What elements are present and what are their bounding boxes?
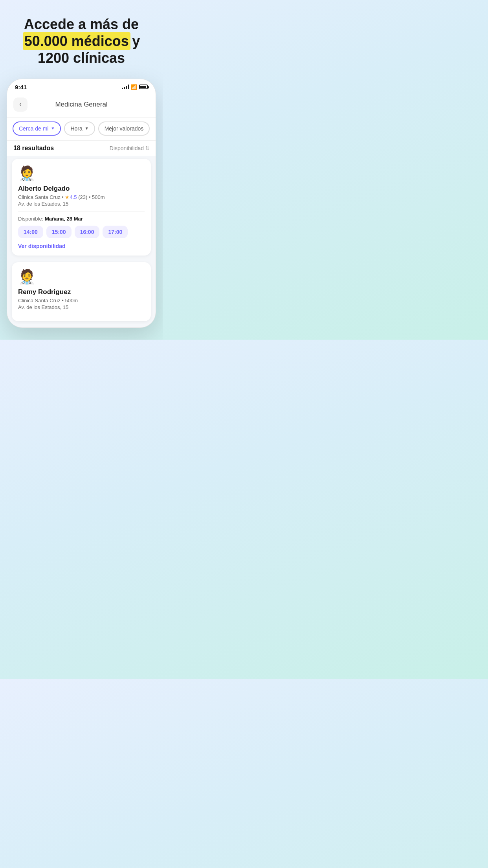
filter-bar: Cerca de mi ▼ Hora ▼ Mejor valorados xyxy=(7,118,156,141)
dot-separator2: • xyxy=(89,194,92,200)
sort-button[interactable]: Disponibilidad ⇅ xyxy=(110,145,149,151)
cards-divider xyxy=(12,259,151,259)
headline-line1: Accede a más de xyxy=(23,16,140,33)
battery-icon xyxy=(139,85,148,89)
doctor-card-1[interactable]: 🧑‍⚕️ Alberto Delgado Clinica Santa Cruz … xyxy=(12,159,151,256)
doctor1-reviews: (23) xyxy=(78,194,87,200)
headline-highlight: 50.000 médicos xyxy=(23,32,130,50)
results-bar: 18 resultados Disponibilidad ⇅ xyxy=(7,141,156,156)
disponible-prefix: Disponible: xyxy=(18,216,45,222)
filter-mejor-label: Mejor valorados xyxy=(105,125,144,132)
phone-frame: 9:41 📶 ‹ Medicina General Cerca de mi ▼ xyxy=(7,79,156,328)
doctor1-disponible: Disponible: Mañana, 28 Mar xyxy=(18,216,145,222)
status-bar: 9:41 📶 xyxy=(7,79,156,94)
sort-label: Disponibilidad xyxy=(110,145,144,151)
sort-arrows-icon: ⇅ xyxy=(145,145,149,151)
back-chevron-icon: ‹ xyxy=(19,101,21,108)
filter-cerca-label: Cerca de mi xyxy=(19,125,48,132)
time-slot-1400[interactable]: 14:00 xyxy=(18,226,43,238)
status-icons: 📶 xyxy=(122,84,148,90)
doctor1-date: Mañana, 28 Mar xyxy=(45,216,83,222)
doctor1-avatar: 🧑‍⚕️ xyxy=(18,165,145,182)
doctor1-rating: 4.5 xyxy=(70,194,77,200)
ver-disponibilidad-link[interactable]: Ver disponibilidad xyxy=(18,243,145,249)
filter-hora-label: Hora xyxy=(70,125,82,132)
filter-hora[interactable]: Hora ▼ xyxy=(64,121,95,136)
doctor1-clinic: Clinica Santa Cruz xyxy=(18,194,61,200)
results-count: 18 resultados xyxy=(13,145,54,152)
slot-label-1700: 17:00 xyxy=(108,229,122,235)
card1-divider xyxy=(18,211,145,212)
doctor2-avatar: 🧑‍⚕️ xyxy=(18,268,145,285)
star-icon: ★ xyxy=(65,194,70,200)
doctor-card-2[interactable]: 🧑‍⚕️ Remy Rodriguez Clinica Santa Cruz •… xyxy=(12,262,151,321)
slot-label-1600: 16:00 xyxy=(80,229,94,235)
nav-bar: ‹ Medicina General xyxy=(7,94,156,118)
back-button[interactable]: ‹ xyxy=(13,97,28,112)
slot-label-1400: 14:00 xyxy=(24,229,38,235)
doctor1-address: Av. de los Estados, 15 xyxy=(18,201,145,207)
doctor2-distance: 500m xyxy=(65,298,78,303)
doctor1-time-slots: 14:00 15:00 16:00 17:00 xyxy=(18,226,145,238)
signal-icon xyxy=(122,85,129,89)
filter-cerca-arrow-icon: ▼ xyxy=(51,126,55,131)
wifi-icon: 📶 xyxy=(131,84,137,90)
status-time: 9:41 xyxy=(15,84,27,90)
doctor2-clinic: Clinica Santa Cruz xyxy=(18,298,61,303)
time-slot-1500[interactable]: 15:00 xyxy=(46,226,72,238)
slot-label-1500: 15:00 xyxy=(52,229,66,235)
filter-mejor-valorados[interactable]: Mejor valorados xyxy=(98,121,150,136)
doctor2-meta: Clinica Santa Cruz • 500m xyxy=(18,298,145,303)
doctor1-meta: Clinica Santa Cruz • ★4.5 (23) • 500m xyxy=(18,194,145,200)
headline-section: Accede a más de 50.000 médicos y 1200 cl… xyxy=(23,16,140,67)
headline-line3-text: 1200 clínicas xyxy=(38,50,125,66)
doctor1-name: Alberto Delgado xyxy=(18,185,145,193)
time-slot-1600[interactable]: 16:00 xyxy=(75,226,100,238)
doctor2-name: Remy Rodriguez xyxy=(18,288,145,296)
doctor2-address: Av. de los Estados, 15 xyxy=(18,304,145,310)
headline-line3: 1200 clínicas xyxy=(23,50,140,66)
headline-line2-rest: y xyxy=(132,33,140,49)
filter-cerca-de-mi[interactable]: Cerca de mi ▼ xyxy=(13,121,61,136)
filter-hora-arrow-icon: ▼ xyxy=(85,126,89,131)
nav-title: Medicina General xyxy=(28,101,135,108)
headline-line2: 50.000 médicos y xyxy=(23,33,140,50)
doctor1-distance: 500m xyxy=(92,194,105,200)
time-slot-1700[interactable]: 17:00 xyxy=(103,226,128,238)
